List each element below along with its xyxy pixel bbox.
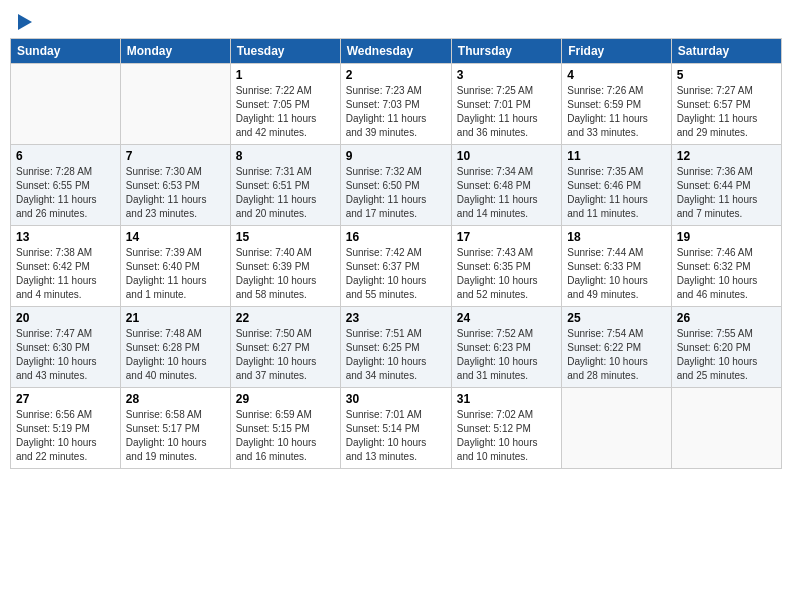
day-info: Sunrise: 6:56 AM Sunset: 5:19 PM Dayligh…	[16, 408, 115, 464]
day-number: 25	[567, 311, 665, 325]
day-number: 24	[457, 311, 556, 325]
day-info: Sunrise: 7:31 AM Sunset: 6:51 PM Dayligh…	[236, 165, 335, 221]
day-info: Sunrise: 7:47 AM Sunset: 6:30 PM Dayligh…	[16, 327, 115, 383]
calendar-cell: 3Sunrise: 7:25 AM Sunset: 7:01 PM Daylig…	[451, 64, 561, 145]
day-header-friday: Friday	[562, 39, 671, 64]
day-info: Sunrise: 7:39 AM Sunset: 6:40 PM Dayligh…	[126, 246, 225, 302]
day-number: 31	[457, 392, 556, 406]
logo	[16, 14, 34, 26]
day-header-wednesday: Wednesday	[340, 39, 451, 64]
calendar-cell: 25Sunrise: 7:54 AM Sunset: 6:22 PM Dayli…	[562, 307, 671, 388]
day-number: 11	[567, 149, 665, 163]
logo-arrow-icon	[18, 14, 32, 30]
day-number: 6	[16, 149, 115, 163]
calendar-cell: 17Sunrise: 7:43 AM Sunset: 6:35 PM Dayli…	[451, 226, 561, 307]
day-info: Sunrise: 7:35 AM Sunset: 6:46 PM Dayligh…	[567, 165, 665, 221]
calendar-cell: 15Sunrise: 7:40 AM Sunset: 6:39 PM Dayli…	[230, 226, 340, 307]
calendar-cell: 29Sunrise: 6:59 AM Sunset: 5:15 PM Dayli…	[230, 388, 340, 469]
day-number: 18	[567, 230, 665, 244]
calendar-cell: 2Sunrise: 7:23 AM Sunset: 7:03 PM Daylig…	[340, 64, 451, 145]
calendar-cell: 12Sunrise: 7:36 AM Sunset: 6:44 PM Dayli…	[671, 145, 781, 226]
calendar-cell: 4Sunrise: 7:26 AM Sunset: 6:59 PM Daylig…	[562, 64, 671, 145]
day-info: Sunrise: 6:58 AM Sunset: 5:17 PM Dayligh…	[126, 408, 225, 464]
day-header-thursday: Thursday	[451, 39, 561, 64]
day-number: 13	[16, 230, 115, 244]
day-number: 1	[236, 68, 335, 82]
day-number: 20	[16, 311, 115, 325]
day-info: Sunrise: 7:25 AM Sunset: 7:01 PM Dayligh…	[457, 84, 556, 140]
day-header-sunday: Sunday	[11, 39, 121, 64]
day-info: Sunrise: 7:38 AM Sunset: 6:42 PM Dayligh…	[16, 246, 115, 302]
day-number: 2	[346, 68, 446, 82]
calendar-cell: 31Sunrise: 7:02 AM Sunset: 5:12 PM Dayli…	[451, 388, 561, 469]
calendar-cell: 14Sunrise: 7:39 AM Sunset: 6:40 PM Dayli…	[120, 226, 230, 307]
day-header-tuesday: Tuesday	[230, 39, 340, 64]
day-number: 28	[126, 392, 225, 406]
calendar-cell: 24Sunrise: 7:52 AM Sunset: 6:23 PM Dayli…	[451, 307, 561, 388]
calendar-cell: 27Sunrise: 6:56 AM Sunset: 5:19 PM Dayli…	[11, 388, 121, 469]
calendar-cell: 22Sunrise: 7:50 AM Sunset: 6:27 PM Dayli…	[230, 307, 340, 388]
day-info: Sunrise: 7:55 AM Sunset: 6:20 PM Dayligh…	[677, 327, 776, 383]
day-info: Sunrise: 7:01 AM Sunset: 5:14 PM Dayligh…	[346, 408, 446, 464]
day-info: Sunrise: 7:02 AM Sunset: 5:12 PM Dayligh…	[457, 408, 556, 464]
day-number: 12	[677, 149, 776, 163]
day-info: Sunrise: 7:26 AM Sunset: 6:59 PM Dayligh…	[567, 84, 665, 140]
day-number: 10	[457, 149, 556, 163]
calendar-cell: 6Sunrise: 7:28 AM Sunset: 6:55 PM Daylig…	[11, 145, 121, 226]
day-number: 29	[236, 392, 335, 406]
calendar-cell: 10Sunrise: 7:34 AM Sunset: 6:48 PM Dayli…	[451, 145, 561, 226]
calendar-cell: 18Sunrise: 7:44 AM Sunset: 6:33 PM Dayli…	[562, 226, 671, 307]
calendar-cell: 19Sunrise: 7:46 AM Sunset: 6:32 PM Dayli…	[671, 226, 781, 307]
day-info: Sunrise: 7:43 AM Sunset: 6:35 PM Dayligh…	[457, 246, 556, 302]
day-info: Sunrise: 7:44 AM Sunset: 6:33 PM Dayligh…	[567, 246, 665, 302]
calendar-cell: 8Sunrise: 7:31 AM Sunset: 6:51 PM Daylig…	[230, 145, 340, 226]
day-info: Sunrise: 7:27 AM Sunset: 6:57 PM Dayligh…	[677, 84, 776, 140]
calendar-cell: 30Sunrise: 7:01 AM Sunset: 5:14 PM Dayli…	[340, 388, 451, 469]
day-number: 19	[677, 230, 776, 244]
calendar-cell: 1Sunrise: 7:22 AM Sunset: 7:05 PM Daylig…	[230, 64, 340, 145]
day-number: 15	[236, 230, 335, 244]
day-number: 7	[126, 149, 225, 163]
calendar-cell: 28Sunrise: 6:58 AM Sunset: 5:17 PM Dayli…	[120, 388, 230, 469]
calendar-cell: 7Sunrise: 7:30 AM Sunset: 6:53 PM Daylig…	[120, 145, 230, 226]
day-header-monday: Monday	[120, 39, 230, 64]
calendar-cell: 21Sunrise: 7:48 AM Sunset: 6:28 PM Dayli…	[120, 307, 230, 388]
calendar-cell	[562, 388, 671, 469]
day-info: Sunrise: 7:36 AM Sunset: 6:44 PM Dayligh…	[677, 165, 776, 221]
day-number: 16	[346, 230, 446, 244]
day-number: 22	[236, 311, 335, 325]
calendar-cell: 11Sunrise: 7:35 AM Sunset: 6:46 PM Dayli…	[562, 145, 671, 226]
day-info: Sunrise: 7:40 AM Sunset: 6:39 PM Dayligh…	[236, 246, 335, 302]
day-number: 23	[346, 311, 446, 325]
calendar-cell: 9Sunrise: 7:32 AM Sunset: 6:50 PM Daylig…	[340, 145, 451, 226]
day-header-saturday: Saturday	[671, 39, 781, 64]
calendar-cell	[120, 64, 230, 145]
calendar-cell: 5Sunrise: 7:27 AM Sunset: 6:57 PM Daylig…	[671, 64, 781, 145]
day-number: 30	[346, 392, 446, 406]
day-number: 5	[677, 68, 776, 82]
day-info: Sunrise: 7:22 AM Sunset: 7:05 PM Dayligh…	[236, 84, 335, 140]
day-info: Sunrise: 7:32 AM Sunset: 6:50 PM Dayligh…	[346, 165, 446, 221]
day-info: Sunrise: 7:30 AM Sunset: 6:53 PM Dayligh…	[126, 165, 225, 221]
day-info: Sunrise: 7:54 AM Sunset: 6:22 PM Dayligh…	[567, 327, 665, 383]
calendar-cell: 13Sunrise: 7:38 AM Sunset: 6:42 PM Dayli…	[11, 226, 121, 307]
calendar-cell: 23Sunrise: 7:51 AM Sunset: 6:25 PM Dayli…	[340, 307, 451, 388]
day-info: Sunrise: 7:51 AM Sunset: 6:25 PM Dayligh…	[346, 327, 446, 383]
day-info: Sunrise: 7:34 AM Sunset: 6:48 PM Dayligh…	[457, 165, 556, 221]
day-number: 4	[567, 68, 665, 82]
calendar-cell: 26Sunrise: 7:55 AM Sunset: 6:20 PM Dayli…	[671, 307, 781, 388]
day-number: 9	[346, 149, 446, 163]
day-number: 3	[457, 68, 556, 82]
day-info: Sunrise: 7:42 AM Sunset: 6:37 PM Dayligh…	[346, 246, 446, 302]
day-info: Sunrise: 7:50 AM Sunset: 6:27 PM Dayligh…	[236, 327, 335, 383]
day-number: 17	[457, 230, 556, 244]
day-info: Sunrise: 7:23 AM Sunset: 7:03 PM Dayligh…	[346, 84, 446, 140]
day-info: Sunrise: 7:48 AM Sunset: 6:28 PM Dayligh…	[126, 327, 225, 383]
day-number: 21	[126, 311, 225, 325]
calendar-cell	[671, 388, 781, 469]
day-number: 27	[16, 392, 115, 406]
calendar-cell: 16Sunrise: 7:42 AM Sunset: 6:37 PM Dayli…	[340, 226, 451, 307]
day-info: Sunrise: 7:28 AM Sunset: 6:55 PM Dayligh…	[16, 165, 115, 221]
day-info: Sunrise: 6:59 AM Sunset: 5:15 PM Dayligh…	[236, 408, 335, 464]
day-info: Sunrise: 7:52 AM Sunset: 6:23 PM Dayligh…	[457, 327, 556, 383]
